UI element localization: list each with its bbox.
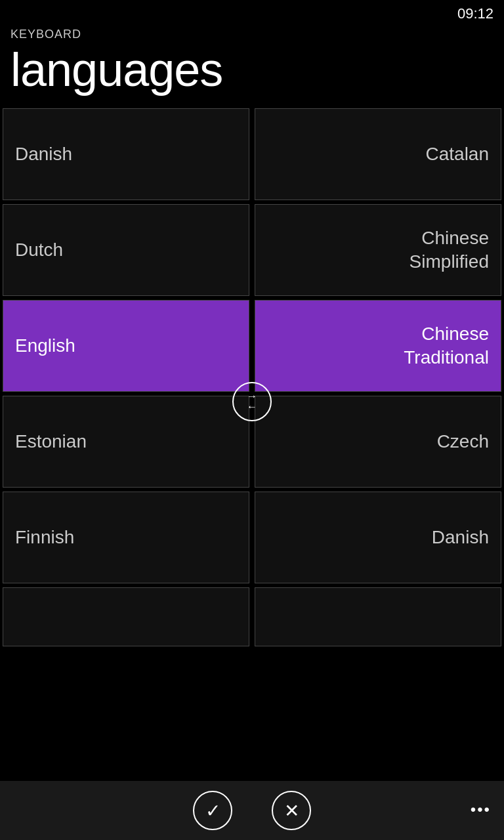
lang-item-czech-right[interactable]: Czech bbox=[255, 396, 501, 488]
right-column: Catalan ChineseSimplified ChineseTraditi… bbox=[252, 106, 504, 697]
lang-item-partial-right[interactable] bbox=[255, 587, 501, 646]
header-title: languages bbox=[10, 44, 494, 96]
status-bar: 09:12 bbox=[0, 0, 504, 28]
lang-item-danish-left[interactable]: Danish bbox=[3, 108, 249, 200]
lang-label: Estonian bbox=[15, 431, 87, 452]
more-button[interactable]: ••• bbox=[471, 801, 491, 819]
confirm-button[interactable]: ✓ bbox=[193, 791, 232, 830]
lang-item-chinese-traditional-right[interactable]: ChineseTraditional bbox=[255, 300, 501, 392]
bottom-bar: ✓ ✕ ••• bbox=[0, 781, 504, 840]
swap-button[interactable]: → ← bbox=[232, 382, 272, 421]
lang-label: ChineseSimplified bbox=[410, 226, 489, 274]
lang-label: Danish bbox=[15, 144, 72, 165]
lang-item-partial-left[interactable] bbox=[3, 587, 249, 646]
lang-label: Czech bbox=[437, 431, 489, 452]
lang-label: Dutch bbox=[15, 240, 63, 261]
swap-button-container: → ← bbox=[232, 382, 272, 421]
lang-item-estonian-left[interactable]: Estonian bbox=[3, 396, 249, 488]
lang-item-dutch-left[interactable]: Dutch bbox=[3, 204, 249, 296]
left-column: Danish Dutch English Estonian Finnish bbox=[0, 106, 252, 697]
languages-container: Danish Dutch English Estonian Finnish Ca… bbox=[0, 106, 504, 697]
header: KEYBOARD languages bbox=[0, 28, 504, 106]
more-dots-icon: ••• bbox=[471, 801, 491, 818]
lang-item-chinese-simplified-right[interactable]: ChineseSimplified bbox=[255, 204, 501, 296]
swap-arrows-icon: → ← bbox=[247, 391, 257, 412]
lang-label: Finnish bbox=[15, 527, 74, 548]
header-subtitle: KEYBOARD bbox=[10, 28, 494, 41]
lang-item-catalan-right[interactable]: Catalan bbox=[255, 108, 501, 200]
lang-label: ChineseTraditional bbox=[404, 322, 489, 370]
status-time: 09:12 bbox=[457, 5, 494, 22]
lang-label: Catalan bbox=[425, 144, 489, 165]
lang-label: Danish bbox=[432, 527, 489, 548]
cancel-button[interactable]: ✕ bbox=[272, 791, 311, 830]
lang-item-finnish-left[interactable]: Finnish bbox=[3, 492, 249, 583]
lang-item-danish-right[interactable]: Danish bbox=[255, 492, 501, 583]
checkmark-icon: ✓ bbox=[205, 800, 220, 822]
close-icon: ✕ bbox=[284, 800, 299, 822]
lang-item-english-left[interactable]: English bbox=[3, 300, 249, 392]
lang-label: English bbox=[15, 335, 75, 356]
